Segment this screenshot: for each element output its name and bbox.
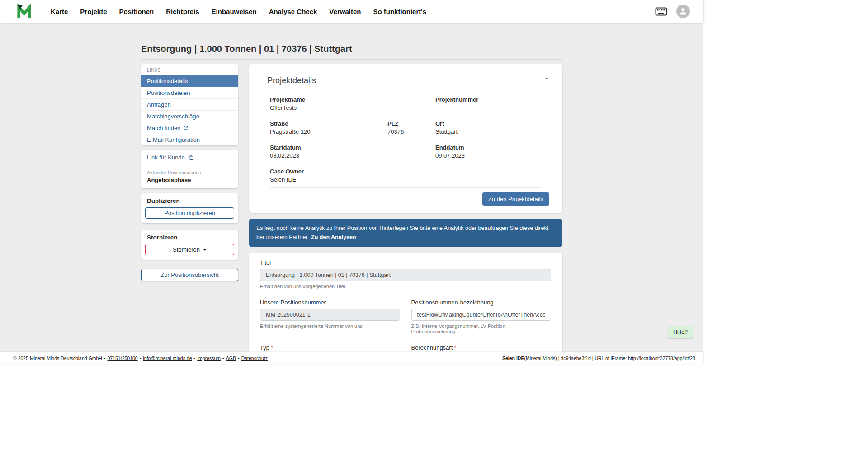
sidebar-item-anfragen[interactable]: Anfragen bbox=[141, 98, 238, 110]
separator: • bbox=[238, 355, 240, 361]
startdatum-label: Startdatum bbox=[270, 144, 435, 151]
customer-link[interactable]: Link für Kunde bbox=[147, 154, 232, 165]
cancel-heading: Stornieren bbox=[145, 234, 234, 241]
projektnummer-value: - bbox=[435, 104, 542, 111]
nav-item-projekte[interactable]: Projekte bbox=[80, 8, 107, 15]
cancel-card: Stornieren Stornieren bbox=[141, 230, 238, 260]
berechnungsart-label: Berechnungsart* bbox=[411, 344, 552, 351]
avatar[interactable] bbox=[676, 5, 690, 18]
footer-impressum-link[interactable]: Impressum bbox=[197, 355, 221, 361]
sidebar-status-card: Link für Kunde Aktueller Positionsstatus… bbox=[141, 150, 238, 188]
strasse-label: Straße bbox=[270, 120, 387, 127]
sidebar-item-label: Positionsdateien bbox=[147, 89, 190, 96]
positionsnummer-input bbox=[260, 309, 400, 321]
strasse-value: Pragstraße 120 bbox=[270, 128, 387, 135]
titel-helper: Erhält den von uns vorgegebenen Titel. bbox=[260, 284, 551, 289]
sidebar: LINKS Positionsdetails Positionsdateien … bbox=[141, 64, 238, 281]
separator: • bbox=[104, 355, 106, 361]
berechnungsart-label-text: Berechnungsart bbox=[411, 344, 453, 351]
cancel-button-label: Stornieren bbox=[173, 246, 200, 253]
nav-item-analyse-check[interactable]: Analyse Check bbox=[269, 8, 317, 15]
separator: • bbox=[222, 355, 224, 361]
required-asterisk: * bbox=[454, 344, 456, 351]
ort-label: Ort bbox=[435, 120, 542, 127]
plz-label: PLZ bbox=[387, 120, 435, 127]
plz-value: 70376 bbox=[387, 128, 435, 135]
typ-label: Typ* bbox=[260, 344, 400, 351]
help-button[interactable]: Hilfe? bbox=[668, 326, 693, 338]
external-link-icon bbox=[183, 126, 188, 131]
project-row: Case Owner Selen IDE bbox=[270, 164, 542, 188]
footer-right: Selen IDE (Mineral Minds) | dc94aebe3f1d… bbox=[502, 355, 695, 361]
sidebar-item-match-finden[interactable]: Match finden bbox=[141, 122, 238, 134]
enddatum-label: Enddatum bbox=[435, 144, 542, 151]
nav-item-so-funktionierts[interactable]: So funktioniert's bbox=[373, 8, 426, 15]
kundennummer-label: Positionsnummer/-bezeichnung bbox=[411, 299, 552, 306]
duplicate-button[interactable]: Position duplizieren bbox=[145, 207, 234, 219]
main-nav: Karte Projekte Positionen Richtpreis Ein… bbox=[51, 8, 426, 15]
footer-session-info: (Mineral Minds) | dc94aebe3f1d | URL of … bbox=[524, 355, 695, 361]
sidebar-item-label: Matchingvorschläge bbox=[147, 113, 199, 120]
sidebar-item-label: Match finden bbox=[147, 125, 180, 131]
project-row: Projektname OfferTests Projektnummer - bbox=[270, 92, 542, 116]
project-row: Startdatum 03.02.2023 Enddatum 09.07.202… bbox=[270, 140, 542, 164]
position-form-card: Titel Erhält den von uns vorgegebenen Ti… bbox=[249, 253, 562, 352]
project-details-title: Projektdetails bbox=[267, 76, 544, 85]
footer-email-link[interactable]: info@mineral-minds.de bbox=[143, 355, 192, 361]
enddatum-value: 09.07.2023 bbox=[435, 152, 542, 159]
sidebar-item-matchingvorschlaege[interactable]: Matchingvorschläge bbox=[141, 110, 238, 122]
customer-link-label: Link für Kunde bbox=[147, 154, 185, 161]
footer: © 2025 Mineral Minds Deutschland GmbH • … bbox=[0, 352, 703, 364]
sidebar-item-label: Anfragen bbox=[147, 101, 171, 108]
projektname-value: OfferTests bbox=[270, 104, 435, 111]
nav-item-verwalten[interactable]: Verwalten bbox=[329, 8, 361, 15]
collapse-button[interactable]: - bbox=[545, 74, 548, 82]
content-column: Projektdetails - Projektname OfferTests … bbox=[249, 64, 562, 352]
separator: • bbox=[193, 355, 195, 361]
top-navbar: Karte Projekte Positionen Richtpreis Ein… bbox=[0, 0, 703, 23]
nav-item-einbauweisen[interactable]: Einbauweisen bbox=[212, 8, 257, 15]
nav-item-positionen[interactable]: Positionen bbox=[119, 8, 154, 15]
kundennummer-input[interactable] bbox=[411, 309, 552, 321]
footer-phone-link[interactable]: 07151/250100 bbox=[108, 355, 138, 361]
project-fields: Projektname OfferTests Projektnummer - bbox=[270, 92, 542, 188]
footer-agb-link[interactable]: AGB bbox=[226, 355, 236, 361]
case-owner-value: Selen IDE bbox=[270, 176, 435, 183]
titel-input bbox=[260, 269, 551, 281]
project-details-button[interactable]: Zu den Projektdetails bbox=[482, 192, 549, 206]
sidebar-item-email-konfiguration[interactable]: E-Mail Konfiguration bbox=[141, 134, 238, 145]
footer-left: © 2025 Mineral Minds Deutschland GmbH • … bbox=[13, 355, 268, 361]
caret-down-icon bbox=[203, 249, 207, 251]
projektnummer-label: Projektnummer bbox=[435, 96, 542, 103]
case-owner-label: Case Owner bbox=[270, 168, 435, 175]
duplicate-heading: Duplizieren bbox=[145, 197, 234, 204]
status-value: Angebotsphase bbox=[147, 177, 232, 183]
separator: • bbox=[140, 355, 142, 361]
logo-icon bbox=[17, 4, 32, 19]
links-heading: LINKS bbox=[141, 67, 238, 75]
sidebar-item-positionsdateien[interactable]: Positionsdateien bbox=[141, 87, 238, 98]
navbar-right bbox=[655, 5, 690, 18]
sidebar-item-label: Positionsdetails bbox=[147, 78, 188, 84]
sidebar-links-card: LINKS Positionsdetails Positionsdateien … bbox=[141, 64, 238, 145]
typ-label-text: Typ bbox=[260, 344, 269, 351]
nav-item-richtpreis[interactable]: Richtpreis bbox=[166, 8, 199, 15]
cancel-button[interactable]: Stornieren bbox=[145, 244, 234, 255]
copyright-text: © 2025 Mineral Minds Deutschland GmbH bbox=[13, 355, 102, 361]
positionsnummer-helper: Erhält eine systemgenerierte Nummer von … bbox=[260, 323, 400, 329]
duplicate-card: Duplizieren Position duplizieren bbox=[141, 193, 238, 223]
position-overview-button[interactable]: Zur Positionsübersicht bbox=[141, 269, 238, 281]
titel-label: Titel bbox=[260, 259, 551, 266]
startdatum-value: 03.02.2023 bbox=[270, 152, 435, 159]
footer-datenschutz-link[interactable]: Datenschutz bbox=[241, 355, 268, 361]
app-logo[interactable] bbox=[17, 4, 32, 19]
sidebar-item-positionsdetails[interactable]: Positionsdetails bbox=[141, 75, 238, 87]
projektname-label: Projektname bbox=[270, 96, 435, 103]
required-asterisk: * bbox=[271, 344, 273, 351]
nav-item-karte[interactable]: Karte bbox=[51, 8, 68, 15]
app-viewport: Karte Projekte Positionen Richtpreis Ein… bbox=[0, 0, 703, 364]
ort-value: Stuttgart bbox=[435, 128, 542, 135]
keyboard-icon[interactable] bbox=[655, 7, 667, 16]
footer-user: Selen IDE bbox=[502, 355, 524, 361]
alert-analyses-link[interactable]: Zu den Analysen bbox=[311, 234, 356, 240]
